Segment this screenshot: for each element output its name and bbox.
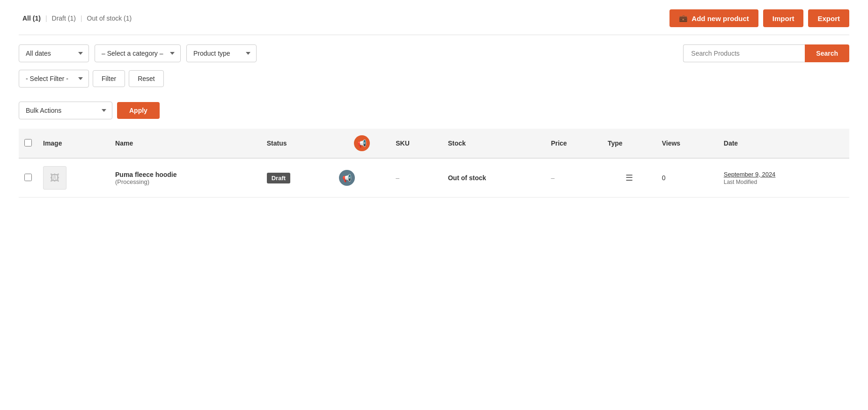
product-type-filter[interactable]: Product type	[186, 44, 257, 62]
select-filter-row: - Select Filter - Filter Reset	[19, 70, 849, 88]
row-date-cell: September 9, 2024 Last Modified	[718, 158, 849, 198]
col-price: Price	[545, 129, 602, 158]
col-name: Name	[110, 129, 261, 158]
reset-button[interactable]: Reset	[129, 70, 164, 87]
top-bar: All (1) | Draft (1) | Out of stock (1) 💼…	[19, 9, 849, 35]
separator-1: |	[45, 15, 47, 22]
separator-2: |	[81, 15, 82, 22]
filters-row: All dates – Select a category – Product …	[19, 44, 849, 62]
megaphone-header-icon: 📢	[354, 135, 370, 151]
table-header-row: Image Name Status 📢 SKU Stock Price Type…	[19, 129, 849, 158]
category-filter[interactable]: – Select a category –	[95, 44, 181, 62]
product-sub-name: (Processing)	[115, 178, 256, 185]
image-placeholder-icon: 🖼	[50, 173, 59, 183]
briefcase-icon: 💼	[679, 14, 688, 22]
date-sub: Last Modified	[724, 179, 844, 185]
row-stock-cell: Out of stock	[442, 158, 545, 198]
row-type-cell: ☰	[602, 158, 656, 198]
row-status-cell: Draft	[261, 158, 334, 198]
type-icon: ☰	[625, 173, 633, 183]
add-new-product-button[interactable]: 💼 Add new product	[669, 9, 758, 27]
col-views: Views	[656, 129, 718, 158]
row-checkbox[interactable]	[24, 174, 32, 181]
tab-out-of-stock[interactable]: Out of stock (1)	[83, 13, 136, 24]
views-value: 0	[662, 174, 666, 182]
apply-button[interactable]: Apply	[117, 102, 160, 119]
tab-draft[interactable]: Draft (1)	[48, 13, 80, 24]
status-badge: Draft	[267, 173, 290, 183]
price-value: –	[551, 174, 555, 182]
table-row: 🖼 Puma fleece hoodie (Processing) Draft …	[19, 158, 849, 198]
stock-value: Out of stock	[448, 174, 486, 182]
col-image: Image	[37, 129, 110, 158]
search-button[interactable]: Search	[805, 44, 849, 62]
row-image-cell: 🖼	[37, 158, 110, 198]
search-input[interactable]	[683, 44, 805, 62]
col-sku: SKU	[390, 129, 442, 158]
export-button[interactable]: Export	[808, 9, 849, 27]
top-actions: 💼 Add new product Import Export	[669, 9, 849, 27]
col-status: Status	[261, 129, 334, 158]
products-table: Image Name Status 📢 SKU Stock Price Type…	[19, 129, 849, 198]
col-type: Type	[602, 129, 656, 158]
col-date: Date	[718, 129, 849, 158]
select-filter-dropdown[interactable]: - Select Filter -	[19, 70, 89, 88]
col-megaphone: 📢	[333, 129, 390, 158]
search-wrapper: Search	[683, 44, 849, 62]
tab-links: All (1) | Draft (1) | Out of stock (1)	[19, 13, 135, 24]
row-checkbox-cell[interactable]	[19, 158, 37, 198]
sku-value: –	[396, 174, 399, 182]
megaphone-row-icon[interactable]: 📢	[339, 170, 355, 186]
tab-all[interactable]: All (1)	[19, 13, 44, 24]
bulk-actions-dropdown[interactable]: Bulk Actions	[19, 102, 112, 119]
col-stock: Stock	[442, 129, 545, 158]
date-value[interactable]: September 9, 2024	[724, 171, 844, 178]
row-name-cell: Puma fleece hoodie (Processing)	[110, 158, 261, 198]
select-all-header[interactable]	[19, 129, 37, 158]
select-all-checkbox[interactable]	[24, 139, 32, 146]
row-megaphone-cell[interactable]: 📢	[333, 158, 390, 198]
import-button[interactable]: Import	[763, 9, 804, 27]
row-sku-cell: –	[390, 158, 442, 198]
product-image: 🖼	[43, 166, 66, 190]
row-price-cell: –	[545, 158, 602, 198]
bulk-row: Bulk Actions Apply	[19, 102, 849, 119]
row-views-cell: 0	[656, 158, 718, 198]
product-name[interactable]: Puma fleece hoodie	[115, 171, 256, 178]
dates-filter[interactable]: All dates	[19, 44, 89, 62]
filter-button[interactable]: Filter	[93, 70, 125, 87]
